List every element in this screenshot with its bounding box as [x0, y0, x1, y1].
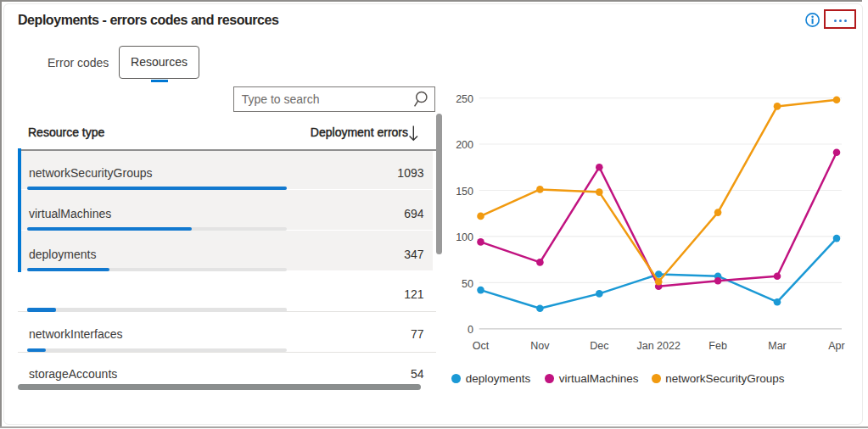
svg-text:0: 0	[468, 324, 473, 336]
svg-text:100: 100	[456, 231, 473, 243]
svg-text:Oct: Oct	[473, 340, 490, 352]
svg-text:Feb: Feb	[708, 340, 727, 352]
svg-text:Nov: Nov	[530, 340, 550, 352]
svg-text:150: 150	[456, 186, 473, 198]
svg-text:Apr: Apr	[828, 340, 844, 352]
svg-text:200: 200	[456, 139, 473, 151]
svg-text:Dec: Dec	[590, 340, 608, 352]
svg-text:250: 250	[456, 93, 473, 105]
svg-text:Mar: Mar	[768, 340, 787, 352]
svg-text:Jan 2022: Jan 2022	[636, 340, 680, 352]
svg-text:50: 50	[462, 278, 473, 290]
